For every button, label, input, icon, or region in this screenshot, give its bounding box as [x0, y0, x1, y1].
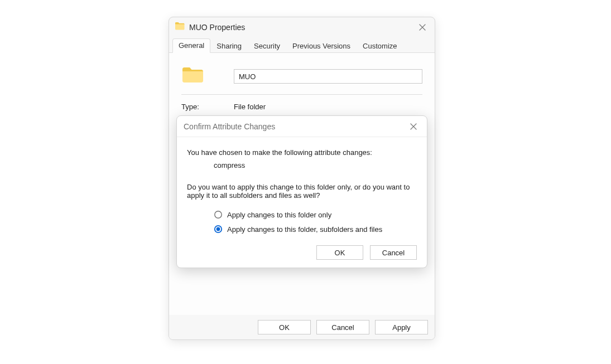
properties-title: MUO Properties	[189, 23, 416, 32]
properties-tabs: General Sharing Security Previous Versio…	[169, 37, 435, 53]
ok-button[interactable]: OK	[258, 320, 311, 334]
confirm-button-bar: OK Cancel	[177, 236, 427, 260]
type-row: Type: File folder	[181, 95, 422, 111]
confirm-body: You have chosen to make the following at…	[177, 137, 427, 236]
close-icon[interactable]	[407, 120, 420, 133]
radio-label: Apply changes to this folder, subfolders…	[227, 225, 382, 234]
confirm-dialog: Confirm Attribute Changes You have chose…	[176, 115, 427, 268]
folder-large-icon	[181, 66, 204, 86]
ok-button[interactable]: OK	[316, 245, 363, 260]
type-label: Type:	[181, 103, 234, 111]
cancel-button[interactable]: Cancel	[316, 320, 369, 334]
confirm-change: compress	[187, 161, 417, 169]
radio-subfolders-and-files[interactable]: Apply changes to this folder, subfolders…	[187, 222, 417, 236]
radio-unchecked-icon	[214, 210, 223, 219]
type-value: File folder	[234, 103, 266, 111]
folder-icon	[175, 22, 185, 33]
confirm-titlebar: Confirm Attribute Changes	[177, 116, 427, 137]
properties-titlebar: MUO Properties	[169, 17, 435, 37]
confirm-intro: You have chosen to make the following at…	[187, 148, 417, 157]
radio-label: Apply changes to this folder only	[227, 211, 331, 219]
radio-this-folder-only[interactable]: Apply changes to this folder only	[187, 207, 417, 222]
tab-previous-versions[interactable]: Previous Versions	[286, 39, 357, 53]
folder-name-row	[181, 62, 422, 95]
properties-button-bar: OK Cancel Apply	[169, 315, 435, 339]
cancel-button[interactable]: Cancel	[370, 245, 417, 260]
radio-checked-icon	[214, 225, 223, 234]
svg-point-0	[215, 211, 222, 218]
confirm-title: Confirm Attribute Changes	[184, 122, 407, 131]
tab-customize[interactable]: Customize	[357, 39, 403, 53]
svg-point-2	[217, 227, 220, 231]
confirm-question: Do you want to apply this change to this…	[187, 183, 417, 200]
close-icon[interactable]	[416, 21, 429, 34]
tab-security[interactable]: Security	[248, 39, 286, 53]
folder-name-input[interactable]	[234, 69, 422, 84]
tab-general[interactable]: General	[172, 38, 210, 53]
tab-sharing[interactable]: Sharing	[210, 39, 248, 53]
apply-button[interactable]: Apply	[375, 320, 428, 334]
